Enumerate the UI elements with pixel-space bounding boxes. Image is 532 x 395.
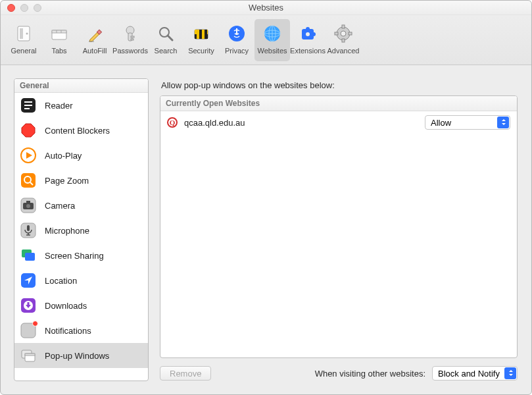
sidebar-item-downloads[interactable]: Downloads: [14, 293, 148, 318]
toolbar-privacy[interactable]: Privacy: [219, 19, 254, 61]
sidebar-item-label: Auto-Play: [45, 151, 82, 161]
sidebar-item-label: Screen Sharing: [45, 251, 104, 261]
site-permission-select[interactable]: Allow: [425, 115, 510, 130]
sidebar: General Reader Content Blockers Auto-Pla…: [14, 78, 149, 381]
svg-point-30: [312, 32, 316, 36]
toolbar-tabs[interactable]: Tabs: [41, 19, 77, 61]
notifications-icon: [20, 322, 37, 339]
sidebar-item-notifications[interactable]: Notifications: [14, 318, 148, 343]
zoom-window-button[interactable]: [34, 4, 41, 12]
main-heading: Allow pop-up windows on the websites bel…: [161, 80, 518, 90]
svg-rect-11: [131, 36, 134, 38]
toolbar-label: Advanced: [327, 47, 360, 55]
sidebar-list: Reader Content Blockers Auto-Play Page Z…: [14, 93, 148, 381]
svg-point-50: [26, 204, 30, 208]
sidebar-item-label: Page Zoom: [45, 176, 89, 186]
svg-rect-4: [52, 30, 66, 33]
svg-rect-19: [202, 34, 205, 39]
sidebar-item-popup-windows[interactable]: Pop-up Windows: [14, 343, 148, 368]
website-row[interactable]: Q qcaa.qld.edu.au Allow: [160, 111, 517, 134]
general-icon: [12, 22, 36, 45]
panel-section-label: Currently Open Websites: [160, 96, 517, 111]
websites-panel: Currently Open Websites Q qcaa.qld.edu.a…: [160, 95, 518, 358]
sidebar-item-microphone[interactable]: Microphone: [14, 218, 148, 243]
privacy-icon: [225, 22, 249, 45]
toolbar-security[interactable]: Security: [183, 19, 219, 61]
site-favicon-icon: Q: [167, 117, 178, 128]
toolbar-label: Extensions: [290, 47, 326, 55]
preferences-toolbar: General Tabs AutoFill Passwords Search: [1, 15, 531, 65]
advanced-icon: [331, 22, 355, 45]
sidebar-item-label: Microphone: [45, 226, 89, 236]
play-icon: [20, 147, 37, 164]
toolbar-label: AutoFill: [83, 47, 107, 55]
toolbar-search[interactable]: Search: [148, 19, 183, 61]
svg-rect-51: [26, 201, 30, 203]
sidebar-item-label: Camera: [45, 201, 75, 211]
sidebar-item-label: Downloads: [45, 301, 87, 311]
toolbar-label: Security: [188, 47, 214, 55]
traffic-lights: [7, 4, 41, 12]
main-panel: Allow pop-up windows on the websites bel…: [159, 78, 518, 381]
default-permission-select-wrap: Block and Notify: [432, 366, 518, 381]
site-permission-select-wrap: Allow: [425, 115, 510, 130]
zoom-icon: [20, 172, 37, 189]
svg-rect-35: [342, 39, 345, 42]
titlebar: Websites: [1, 1, 531, 15]
sidebar-item-reader[interactable]: Reader: [14, 93, 148, 118]
preferences-window: Websites General Tabs AutoFill Passwor: [0, 0, 532, 395]
toolbar-label: Websites: [257, 47, 287, 55]
svg-rect-66: [25, 354, 35, 356]
sidebar-item-content-blockers[interactable]: Content Blockers: [14, 118, 148, 143]
svg-point-33: [341, 31, 346, 36]
toolbar-extensions[interactable]: Extensions: [290, 19, 326, 61]
svg-rect-57: [25, 253, 35, 261]
svg-rect-45: [21, 173, 36, 188]
security-icon: [189, 22, 213, 45]
footer-label: When visiting other websites:: [315, 369, 425, 379]
close-window-button[interactable]: [7, 4, 15, 12]
toolbar-passwords[interactable]: Passwords: [112, 19, 148, 61]
sidebar-item-label: Pop-up Windows: [45, 351, 109, 361]
svg-rect-36: [335, 32, 338, 35]
svg-marker-42: [22, 124, 35, 137]
remove-button[interactable]: Remove: [160, 366, 211, 381]
minimize-window-button[interactable]: [20, 4, 28, 12]
toolbar-label: Privacy: [225, 47, 249, 55]
autofill-icon: [83, 22, 107, 45]
toolbar-autofill[interactable]: AutoFill: [77, 19, 112, 61]
sidebar-item-location[interactable]: Location: [14, 268, 148, 293]
sidebar-item-auto-play[interactable]: Auto-Play: [14, 143, 148, 168]
websites-icon: [260, 22, 284, 45]
svg-rect-12: [131, 39, 133, 40]
extensions-icon: [296, 22, 320, 45]
sidebar-item-label: Reader: [45, 101, 73, 111]
passwords-icon: [118, 22, 142, 45]
svg-rect-53: [27, 225, 30, 231]
sidebar-item-screen-sharing[interactable]: Screen Sharing: [14, 243, 148, 268]
toolbar-label: Passwords: [112, 47, 148, 55]
downloads-icon: [20, 297, 37, 314]
popup-icon: [20, 347, 37, 364]
default-permission-select[interactable]: Block and Notify: [432, 366, 518, 381]
toolbar-label: Search: [155, 47, 178, 55]
svg-rect-37: [349, 32, 352, 35]
reader-icon: [20, 97, 37, 114]
stop-icon: [20, 122, 37, 139]
window-title: Websites: [1, 3, 531, 13]
svg-point-29: [306, 27, 310, 31]
toolbar-advanced[interactable]: Advanced: [326, 19, 361, 61]
sidebar-item-label: Content Blockers: [45, 126, 110, 136]
toolbar-label: Tabs: [51, 47, 66, 55]
sidebar-item-page-zoom[interactable]: Page Zoom: [14, 168, 148, 193]
sidebar-item-camera[interactable]: Camera: [14, 193, 148, 218]
microphone-icon: [20, 222, 37, 239]
sidebar-item-label: Location: [45, 276, 77, 286]
site-domain: qcaa.qld.edu.au: [184, 118, 418, 128]
tabs-icon: [47, 22, 71, 45]
toolbar-general[interactable]: General: [6, 19, 41, 61]
panel-footer: Remove When visiting other websites: Blo…: [160, 366, 518, 381]
window-body: General Reader Content Blockers Auto-Pla…: [1, 65, 531, 394]
toolbar-websites[interactable]: Websites: [254, 19, 290, 61]
svg-rect-20: [199, 30, 202, 34]
